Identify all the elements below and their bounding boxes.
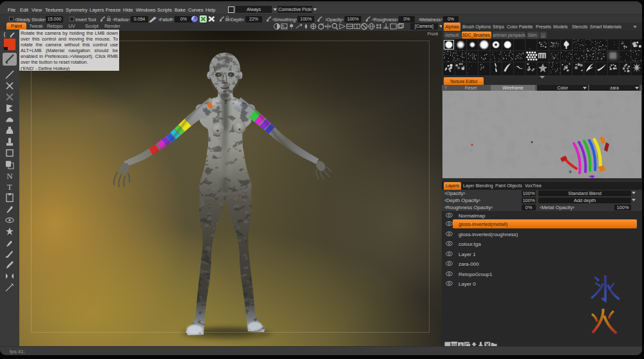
svg-text:N: N bbox=[6, 171, 13, 181]
svg-text:T: T bbox=[7, 182, 12, 192]
